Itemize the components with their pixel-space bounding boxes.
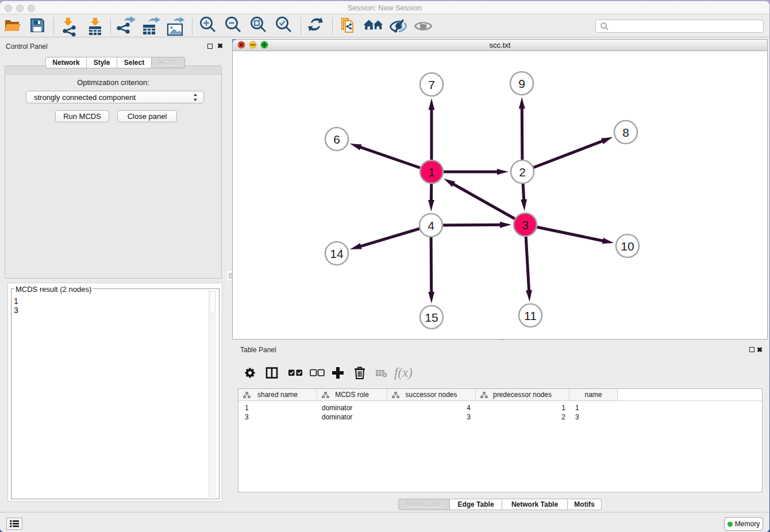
- svg-text:3: 3: [522, 218, 529, 232]
- svg-text:f(x): f(x): [394, 365, 413, 380]
- svg-text:8: 8: [622, 126, 629, 139]
- svg-text:2: 2: [519, 165, 526, 179]
- svg-text:6: 6: [333, 133, 340, 146]
- svg-text:11: 11: [524, 309, 537, 322]
- svg-text:9: 9: [518, 77, 525, 90]
- svg-text:10: 10: [621, 240, 634, 253]
- svg-text:14: 14: [330, 247, 344, 260]
- svg-text:15: 15: [425, 311, 438, 324]
- svg-text:4: 4: [428, 219, 434, 232]
- svg-text:7: 7: [428, 78, 435, 91]
- svg-text:1: 1: [428, 165, 435, 179]
